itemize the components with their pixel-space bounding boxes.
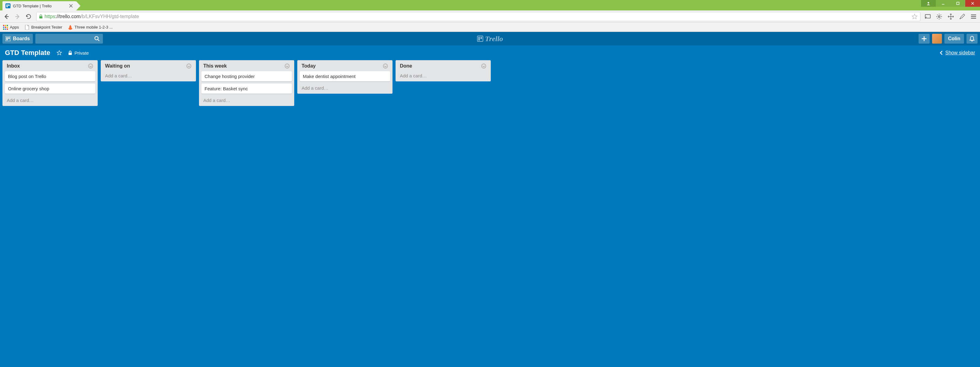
move-icon[interactable] xyxy=(947,13,954,20)
menu-icon[interactable] xyxy=(970,13,977,20)
bookmark-apps[interactable]: Apps xyxy=(3,25,19,30)
visibility-button[interactable]: Private xyxy=(68,50,89,56)
show-sidebar-button[interactable]: Show sidebar xyxy=(940,50,975,56)
list: DoneAdd a card… xyxy=(396,60,491,81)
lock-icon xyxy=(39,14,43,19)
svg-rect-30 xyxy=(68,52,72,55)
search-input[interactable] xyxy=(35,34,103,44)
window-maximize-button[interactable] xyxy=(951,0,965,7)
list-header: This week xyxy=(202,63,292,71)
add-card-button[interactable]: Add a card… xyxy=(398,71,488,79)
window-controls xyxy=(921,0,980,7)
forward-button[interactable] xyxy=(14,13,21,20)
apps-icon xyxy=(3,25,8,30)
svg-rect-25 xyxy=(8,37,10,39)
list-title[interactable]: Inbox xyxy=(7,63,20,69)
svg-point-10 xyxy=(960,18,961,19)
chrome-user-button[interactable] xyxy=(921,0,936,7)
lock-icon xyxy=(68,51,72,55)
list-menu-icon[interactable] xyxy=(285,63,290,69)
list: Waiting onAdd a card… xyxy=(101,60,196,81)
svg-rect-0 xyxy=(6,4,8,7)
list-menu-icon[interactable] xyxy=(186,63,192,69)
nav-bar: https://trello.com/b/LKFsvYHH/gtd-templa… xyxy=(0,10,980,23)
show-sidebar-label: Show sidebar xyxy=(945,50,975,56)
svg-line-27 xyxy=(98,40,100,41)
cast-icon[interactable] xyxy=(925,14,931,20)
board-canvas[interactable]: InboxBlog post on TrelloOnline grocery s… xyxy=(0,60,980,367)
list-header: Today xyxy=(300,63,390,71)
trello-logo-icon xyxy=(477,36,483,42)
bookmark-item[interactable]: Breakpoint Tester xyxy=(25,25,62,30)
add-card-button[interactable]: Add a card… xyxy=(202,96,292,103)
list: InboxBlog post on TrelloOnline grocery s… xyxy=(2,60,98,106)
user-avatar[interactable] xyxy=(932,34,942,44)
svg-rect-14 xyxy=(3,25,4,26)
back-button[interactable] xyxy=(3,13,10,20)
star-board-icon[interactable] xyxy=(57,50,62,56)
chevron-left-icon xyxy=(940,50,943,55)
list-title[interactable]: Done xyxy=(400,63,412,69)
list-header: Waiting on xyxy=(103,63,194,71)
add-card-button[interactable]: Add a card… xyxy=(300,84,390,91)
board-title[interactable]: GTD Template xyxy=(5,49,50,57)
card[interactable]: Make dentist appointment xyxy=(300,71,390,81)
svg-point-9 xyxy=(938,16,940,17)
bookmark-item[interactable]: Three mobile 1-2-3 ... xyxy=(68,25,113,30)
browser-tab[interactable]: GTD Template | Trello xyxy=(2,1,76,10)
svg-point-26 xyxy=(95,37,98,40)
svg-point-31 xyxy=(88,64,93,68)
svg-rect-19 xyxy=(7,27,8,28)
list-title[interactable]: Waiting on xyxy=(105,63,130,69)
card[interactable]: Feature: Basket sync xyxy=(202,84,292,94)
username-label: Colin xyxy=(948,36,960,41)
card[interactable]: Online grocery shop xyxy=(5,84,95,94)
star-icon[interactable] xyxy=(912,14,918,20)
page-icon xyxy=(25,25,29,30)
board-header: GTD Template Private Show sidebar xyxy=(0,46,980,60)
svg-rect-21 xyxy=(5,29,6,30)
username-button[interactable]: Colin xyxy=(944,34,964,44)
list-title[interactable]: This week xyxy=(203,63,227,69)
list-header: Inbox xyxy=(5,63,95,71)
extension-icons xyxy=(925,13,977,20)
svg-rect-4 xyxy=(957,2,959,5)
add-button[interactable] xyxy=(919,34,930,44)
list-header: Done xyxy=(398,63,488,71)
svg-point-33 xyxy=(285,64,289,68)
trello-logo[interactable]: Trello xyxy=(477,35,503,43)
list-title[interactable]: Today xyxy=(302,63,316,69)
eyedropper-icon[interactable] xyxy=(959,14,965,20)
svg-point-2 xyxy=(928,2,929,4)
close-tab-icon[interactable] xyxy=(69,4,73,8)
visibility-label: Private xyxy=(75,50,89,56)
card[interactable]: Change hosting provider xyxy=(202,71,292,81)
add-card-button[interactable]: Add a card… xyxy=(5,96,95,103)
window-minimize-button[interactable] xyxy=(936,0,951,7)
plus-icon xyxy=(921,36,927,41)
svg-rect-22 xyxy=(7,29,8,30)
bell-icon xyxy=(969,36,975,41)
svg-rect-1 xyxy=(8,4,10,6)
svg-rect-15 xyxy=(5,25,6,26)
trello-header: Boards Trello Colin xyxy=(0,32,980,46)
reload-button[interactable] xyxy=(25,13,32,20)
search-icon xyxy=(94,36,100,41)
tab-bar: GTD Template | Trello xyxy=(0,0,980,10)
add-card-button[interactable]: Add a card… xyxy=(103,71,194,79)
svg-rect-23 xyxy=(6,36,10,41)
card[interactable]: Blog post on Trello xyxy=(5,71,95,81)
list: This weekChange hosting providerFeature:… xyxy=(199,60,294,106)
gear-icon[interactable] xyxy=(936,13,943,20)
svg-rect-16 xyxy=(7,25,8,26)
list-menu-icon[interactable] xyxy=(88,63,93,69)
list-menu-icon[interactable] xyxy=(481,63,487,69)
address-bar[interactable]: https://trello.com/b/LKFsvYHH/gtd-templa… xyxy=(36,12,920,21)
notifications-button[interactable] xyxy=(966,34,978,44)
svg-point-34 xyxy=(383,64,388,68)
list-menu-icon[interactable] xyxy=(383,63,388,69)
boards-button[interactable]: Boards xyxy=(2,34,33,44)
svg-rect-20 xyxy=(3,29,4,30)
window-close-button[interactable] xyxy=(965,0,980,7)
svg-rect-18 xyxy=(5,27,6,28)
